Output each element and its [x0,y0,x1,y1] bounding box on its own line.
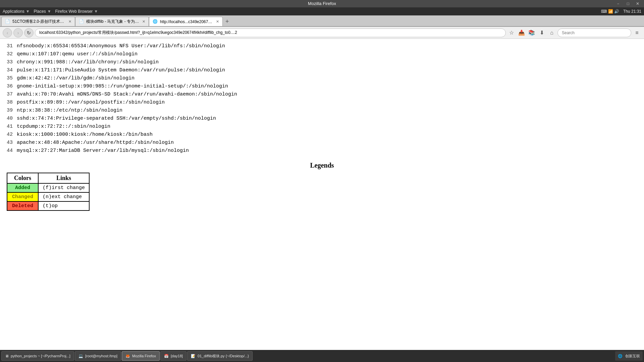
colors-header: Colors [7,173,38,183]
line-number: 36 [7,82,17,90]
sysbar-icons: ⌨ 📶 🔊 [601,9,619,14]
tab-label-1: 51CTO博客2.0-原创IT技术文章... [12,19,66,24]
color-changed-cell: Changed [7,192,38,201]
line-number: 32 [7,50,17,58]
color-deleted-cell: Deleted [7,201,38,210]
reload-button[interactable]: ↻ [24,28,34,38]
table-row: 33chrony:x:991:988::/var/lib/chrony:/sbi… [7,58,637,66]
taskbar-corner[interactable]: 🌐 创新互联 [615,351,643,361]
table-row: 44mysql:x:27:27:MariaDB Server:/var/lib/… [7,147,637,155]
taskbar-item-day18[interactable]: 📅 [day18] [160,351,186,361]
content-area[interactable]: 31nfsnobody:x:65534:65534:Anonymous NFS … [0,39,644,350]
line-content: mysql:x:27:27:MariaDB Server:/var/lib/my… [17,147,189,155]
line-number: 31 [7,42,17,50]
corner-label: 创新互联 [625,354,640,359]
line-content: sshd:x:74:74:Privilege-separated SSH:/va… [17,115,216,123]
line-content: gnome-initial-setup:x:990:985::/run/gnom… [17,82,228,90]
taskbar-item-terminal2[interactable]: 💻 [root@myhost:/tmp] [75,351,121,361]
line-content: qemu:x:107:107:qemu user:/:/sbin/nologin [17,50,138,58]
tab-localhost[interactable]: 🌐 http://localhos...c349e20674fl4kh ✕ [149,17,223,26]
taskbar-label-4: [day18] [171,354,183,358]
legend-row-changed: Changed (n)ext change [7,192,89,201]
tab-label-2: 模块difflib - 马克飞象 - 专为印象... [86,19,140,24]
titlebar: Mozilla Firefox － □ ✕ [0,0,644,7]
places-menu[interactable]: Places [34,9,46,14]
link-top[interactable]: (t)op [38,201,89,210]
line-content: gdm:x:42:42::/var/lib/gdm:/sbin/nologin [17,74,135,82]
taskbar-label-1: python_projects ~ [~/PycharmProj...] [11,354,70,358]
line-content: apache:x:48:48:Apache:/usr/share/httpd:/… [17,139,174,147]
taskbar-label-3: Mozilla Firefox [132,354,156,358]
line-number: 37 [7,90,17,99]
download-btn[interactable]: ⬇ [537,28,546,37]
table-row: 34pulse:x:171:171:PulseAudio System Daem… [7,66,637,74]
forward-button[interactable]: › [13,28,23,38]
table-row: 38postfix:x:89:89::/var/spool/postfix:/s… [7,99,637,107]
line-number: 39 [7,107,17,115]
tab-label-3: http://localhos...c349e20674fl4kh [160,19,214,24]
line-content: kiosk:x:1000:1000:kiosk:/home/kiosk:/bin… [17,131,153,139]
legends-title: Legends [7,162,637,169]
url-bar[interactable] [35,28,506,37]
table-row: 39ntp:x:38:38::/etc/ntp:/sbin/nologin [7,107,637,115]
search-input[interactable] [557,28,631,37]
tab-close-2[interactable]: ✕ [142,19,145,24]
menu-btn[interactable]: ≡ [633,28,641,37]
minimize-btn[interactable]: － [614,0,622,7]
table-row: 37avahi:x:70:70:Avahi mDNS/DNS-SD Stack:… [7,90,637,99]
taskbar-item-terminal1[interactable]: 🖥 python_projects ~ [~/PycharmProj...] [1,351,74,361]
taskbar-label-5: 01_difflib模块.py {~/Desktop/...} [198,354,249,359]
legend-row-deleted: Deleted (t)op [7,201,89,210]
applications-menu[interactable]: Applications [3,9,24,14]
tab-51cto[interactable]: 📄 51CTO博客2.0-原创IT技术文章... ✕ [1,17,75,26]
tab-difflib[interactable]: 📄 模块difflib - 马克飞象 - 专为印象... ✕ [75,17,149,26]
links-header: Links [38,173,89,183]
taskbar-icon-1: 🖥 [5,354,9,358]
legends-table: Colors Links Added (f)irst change Change… [7,173,90,211]
table-row: 35gdm:x:42:42::/var/lib/gdm:/sbin/nologi… [7,74,637,82]
window-title: Mozilla Firefox [308,1,336,6]
browser-menu[interactable]: Firefox Web Browser [55,9,93,14]
taskbar-icon-2: 💻 [78,354,83,358]
line-content: chrony:x:991:988::/var/lib/chrony:/sbin/… [17,58,159,66]
table-row: 42kiosk:x:1000:1000:kiosk:/home/kiosk:/b… [7,131,637,139]
bookmark-star-btn[interactable]: ☆ [507,28,516,37]
taskbar-item-editor[interactable]: 📝 01_difflib模块.py {~/Desktop/...} [187,351,253,361]
line-content: nfsnobody:x:65534:65534:Anonymous NFS Us… [17,42,225,50]
line-number: 38 [7,99,17,107]
home-btn[interactable]: ⌂ [547,28,556,37]
new-tab-button[interactable]: + [223,17,232,26]
line-content: avahi:x:70:70:Avahi mDNS/DNS-SD Stack:/v… [17,90,237,99]
sysbar-left: Applications ▼ Places ▼ Firefox Web Brow… [3,9,98,14]
legend-row-added: Added (f)irst change [7,183,89,192]
line-number: 35 [7,74,17,82]
close-btn[interactable]: ✕ [634,0,641,7]
table-row: 36gnome-initial-setup:x:990:985::/run/gn… [7,82,637,90]
line-content: tcpdump:x:72:72::/:sbin/nologin [17,123,110,131]
tabbar: 📄 51CTO博客2.0-原创IT技术文章... ✕ 📄 模块difflib -… [0,15,644,27]
link-first-change[interactable]: (f)irst change [38,183,89,192]
taskbar-label-2: [root@myhost:/tmp] [85,354,117,358]
taskbar-icon-3: 🦊 [125,354,130,358]
pocket-btn[interactable]: 📥 [517,28,526,37]
tab-close-1[interactable]: ✕ [68,19,71,24]
taskbar-item-firefox[interactable]: 🦊 Mozilla Firefox [122,351,160,361]
taskbar-icon-5: 📝 [191,354,196,358]
tab-favicon-1: 📄 [5,19,10,24]
line-content: postfix:x:89:89::/var/spool/postfix:/sbi… [17,99,165,107]
table-row: 32qemu:x:107:107:qemu user:/:/sbin/nolog… [7,50,637,58]
link-next-change[interactable]: (n)ext change [38,192,89,201]
datetime: Thu 21:31 [623,9,641,14]
line-number: 44 [7,147,17,155]
maximize-btn[interactable]: □ [625,0,631,7]
back-button[interactable]: ‹ [3,28,12,38]
tab-close-3[interactable]: ✕ [216,19,219,24]
titlebar-controls: － □ ✕ [614,0,641,7]
system-bar: Applications ▼ Places ▼ Firefox Web Brow… [0,7,644,15]
table-row: 40sshd:x:74:74:Privilege-separated SSH:/… [7,115,637,123]
bookmarks-btn[interactable]: 📚 [527,28,536,37]
line-number: 43 [7,139,17,147]
line-number: 42 [7,131,17,139]
tab-favicon-3: 🌐 [153,19,158,24]
line-number: 41 [7,123,17,131]
